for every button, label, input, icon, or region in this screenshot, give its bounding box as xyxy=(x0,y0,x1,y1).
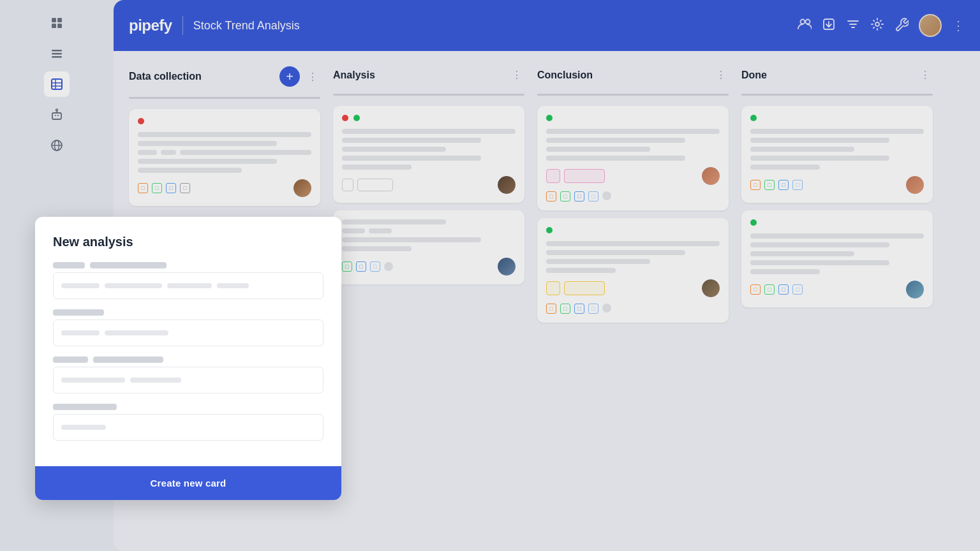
form-group-1 xyxy=(53,262,323,299)
form-input-4-inner xyxy=(61,425,106,430)
form-label-3b xyxy=(93,356,163,363)
input-skel-1d xyxy=(217,283,249,288)
input-skel-3b xyxy=(130,378,181,383)
form-input-4[interactable] xyxy=(53,414,323,441)
form-input-2[interactable] xyxy=(53,320,323,346)
form-input-3-inner xyxy=(61,378,181,383)
form-label-3a xyxy=(53,356,88,363)
modal-footer: Create new card xyxy=(35,466,341,500)
form-label-row-4 xyxy=(53,404,323,410)
create-new-card-button[interactable]: Create new card xyxy=(151,478,226,489)
input-skel-4a xyxy=(61,425,106,430)
form-group-2 xyxy=(53,309,323,346)
form-input-1[interactable] xyxy=(53,272,323,299)
form-label-1b xyxy=(90,262,167,268)
form-label-4a xyxy=(53,404,117,410)
form-label-1a xyxy=(53,262,85,268)
form-label-row-2 xyxy=(53,309,323,316)
modal-title: New analysis xyxy=(53,235,323,249)
input-skel-2a xyxy=(61,330,100,335)
input-skel-1b xyxy=(105,283,162,288)
input-skel-1a xyxy=(61,283,100,288)
form-label-row-1 xyxy=(53,262,323,268)
form-label-2a xyxy=(53,309,104,316)
form-input-3[interactable] xyxy=(53,367,323,393)
new-analysis-modal: New analysis xyxy=(35,217,341,500)
form-group-3 xyxy=(53,356,323,393)
modal-body: New analysis xyxy=(35,217,341,466)
form-input-2-inner xyxy=(61,330,168,335)
input-skel-1c xyxy=(167,283,212,288)
input-skel-3a xyxy=(61,378,125,383)
form-label-row-3 xyxy=(53,356,323,363)
form-group-4 xyxy=(53,404,323,441)
input-skel-2b xyxy=(105,330,168,335)
form-input-1-inner xyxy=(61,283,249,288)
